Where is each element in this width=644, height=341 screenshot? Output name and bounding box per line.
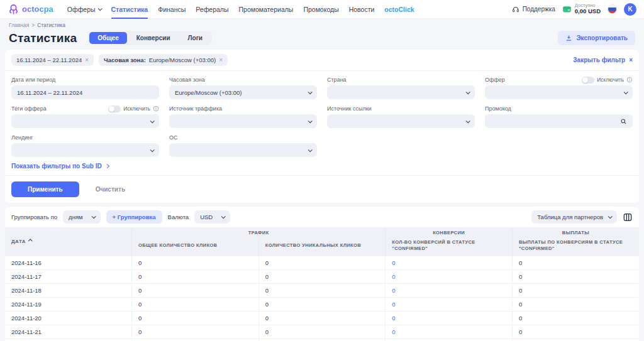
chevron-right-icon <box>105 164 109 168</box>
chevron-down-icon <box>150 119 155 123</box>
date-header-label: ДАТА <box>11 239 26 244</box>
group-by-select[interactable]: дням <box>63 210 100 224</box>
chevron-down-icon <box>308 119 313 123</box>
link-source-select[interactable] <box>327 114 475 128</box>
columns-icon <box>623 212 633 222</box>
chevron-down-icon <box>91 214 96 219</box>
timezone-value: Europe/Moscow (+03:00) <box>175 89 242 96</box>
brand-logo[interactable]: octocpa <box>8 3 53 15</box>
field-timezone: Часовая зона Europe/Moscow (+03:00) <box>169 76 317 99</box>
column-header-payouts[interactable]: ВЫПЛАТЫ ПО КОНВЕРСИЯМ В СТАТУСЕ "CONFIRM… <box>512 238 639 256</box>
group-header-payouts: ВЫПЛАТЫ <box>512 227 639 238</box>
nav-item[interactable]: Промокоды <box>303 0 338 19</box>
balance-widget[interactable]: Доступно 0,00 USD <box>562 3 601 15</box>
column-header-conversions[interactable]: КОЛ-ВО КОНВЕРСИЙ В СТАТУСЕ "CONFIRMED" <box>386 238 513 256</box>
export-label: Экспортировать <box>576 35 628 41</box>
column-header-unique-clicks[interactable]: КОЛИЧЕСТВО УНИКАЛЬНЫХ КЛИКОВ <box>258 238 386 256</box>
currency-select[interactable]: USD <box>194 210 230 224</box>
promocode-input[interactable] <box>485 114 633 128</box>
offer-select[interactable] <box>485 85 633 99</box>
offer-exclude-toggle[interactable] <box>582 77 594 84</box>
chip-remove-icon[interactable]: × <box>85 57 89 63</box>
stats-table: ДАТА ТРАФИК КОНВЕРСИИ ВЫПЛАТЫ ОБЩЕЕ КОЛИ… <box>5 227 639 341</box>
landing-label: Лендинг <box>11 134 33 141</box>
chevron-down-icon <box>150 148 155 152</box>
chip-remove-icon[interactable]: × <box>219 57 223 63</box>
table-group-header-row: ДАТА ТРАФИК КОНВЕРСИИ ВЫПЛАТЫ <box>5 227 639 238</box>
export-button[interactable]: Экспортировать <box>558 31 635 45</box>
nav-item[interactable]: Финансы <box>158 0 186 19</box>
clear-button[interactable]: Очистить <box>96 186 125 193</box>
apply-button[interactable]: Применить <box>11 181 79 197</box>
tab[interactable]: Логи <box>180 32 211 44</box>
date-period-input[interactable]: 16.11.2024 – 22.11.2024 <box>11 85 159 99</box>
tab[interactable]: Общее <box>89 32 127 44</box>
filter-fields: Дата или период 16.11.2024 – 22.11.2024 … <box>5 71 639 157</box>
nav-item-label: Офферы <box>67 6 96 13</box>
nav-right: Поддержка Доступно 0,00 USD K <box>512 3 636 16</box>
cell-payout: 0 <box>512 311 639 325</box>
cell-conversions-link[interactable]: 0 <box>392 301 395 308</box>
currency-label: Валюта <box>168 214 189 220</box>
cell-unique-clicks: 0 <box>258 311 386 325</box>
offer-exclude-control: Исключить <box>582 77 633 84</box>
tags-exclude-toggle[interactable] <box>108 106 121 112</box>
table-body: 2024-11-16 0 0 0 0 2024-11-17 0 0 0 0 20… <box>5 256 639 341</box>
subid-filters-link[interactable]: Показать фильтры по Sub ID <box>11 163 109 170</box>
os-select[interactable] <box>169 143 317 157</box>
field-promocode: Промокод <box>485 105 633 128</box>
column-settings-button[interactable] <box>623 212 633 222</box>
close-filter-label: Закрыть фильтр <box>573 57 625 63</box>
nav-item[interactable]: Промоматериалы <box>239 0 294 19</box>
cell-conversions-link[interactable]: 0 <box>392 287 395 294</box>
info-icon[interactable] <box>153 106 159 112</box>
timezone-select[interactable]: Europe/Moscow (+03:00) <box>169 85 317 99</box>
table-row: 2024-11-17 0 0 0 0 <box>5 270 639 284</box>
cell-clicks: 0 <box>132 256 259 270</box>
nav-item-label: Рефералы <box>196 6 228 13</box>
column-header-date[interactable]: ДАТА <box>5 227 132 256</box>
offer-tags-select[interactable] <box>11 114 159 128</box>
close-filter-link[interactable]: Закрыть фильтр × <box>573 57 633 63</box>
country-select[interactable] <box>327 85 475 99</box>
table-row: 2024-11-18 0 0 0 0 <box>5 284 639 298</box>
language-flag-ru-icon[interactable] <box>608 4 617 14</box>
cell-payout: 0 <box>512 270 639 284</box>
tab[interactable]: Конверсии <box>128 32 179 44</box>
cell-unique-clicks: 0 <box>258 325 386 339</box>
tab-label: Общее <box>97 35 119 41</box>
nav-item[interactable]: Рефералы <box>196 0 228 19</box>
nav-item-label: Финансы <box>158 6 186 13</box>
nav-item[interactable]: Новости <box>349 0 375 19</box>
breadcrumb-home[interactable]: Главная <box>9 22 29 28</box>
cell-conversions-link[interactable]: 0 <box>392 273 395 280</box>
info-icon[interactable] <box>626 77 633 83</box>
table-view-select[interactable]: Таблица для партнеров <box>531 210 617 224</box>
cell-conversions-link[interactable]: 0 <box>392 328 395 335</box>
tags-exclude-label: Исключить <box>123 106 150 112</box>
cell-date: 2024-11-17 <box>5 270 132 284</box>
add-grouping-button[interactable]: + Группировка <box>106 210 162 224</box>
landing-select[interactable] <box>11 143 159 157</box>
field-offer-tags: Теги оффера Исключить <box>11 105 159 128</box>
field-offer: Оффер Исключить <box>485 76 633 99</box>
cell-conversions-link[interactable]: 0 <box>392 315 395 322</box>
nav-item[interactable]: octoClick <box>384 0 414 19</box>
balance-text: Доступно 0,00 USD <box>575 3 601 15</box>
column-header-clicks[interactable]: ОБЩЕЕ КОЛИЧЕСТВО КЛИКОВ <box>132 238 259 256</box>
nav-item[interactable]: Статистика <box>111 0 148 19</box>
date-period-value: 16.11.2024 – 22.11.2024 <box>17 89 82 96</box>
cell-payout: 0 <box>512 284 639 298</box>
brand-name: octocpa <box>22 4 53 14</box>
chip-value: 16.11.2024 – 22.11.2024 <box>16 57 82 63</box>
nav-item[interactable]: Офферы <box>67 0 101 19</box>
cell-conversions-link[interactable]: 0 <box>392 259 395 266</box>
support-button[interactable]: Поддержка <box>512 6 555 13</box>
field-landing: Лендинг <box>11 134 159 157</box>
link-source-label: Источник ссылки <box>327 106 372 112</box>
cell-clicks: 0 <box>132 311 259 325</box>
filter-chip[interactable]: Часовая зона: Europe/Moscow (+03:00) × <box>99 54 228 66</box>
filter-chip[interactable]: 16.11.2024 – 22.11.2024 × <box>11 54 94 66</box>
avatar[interactable]: K <box>624 3 636 16</box>
traffic-source-select[interactable] <box>169 114 317 128</box>
